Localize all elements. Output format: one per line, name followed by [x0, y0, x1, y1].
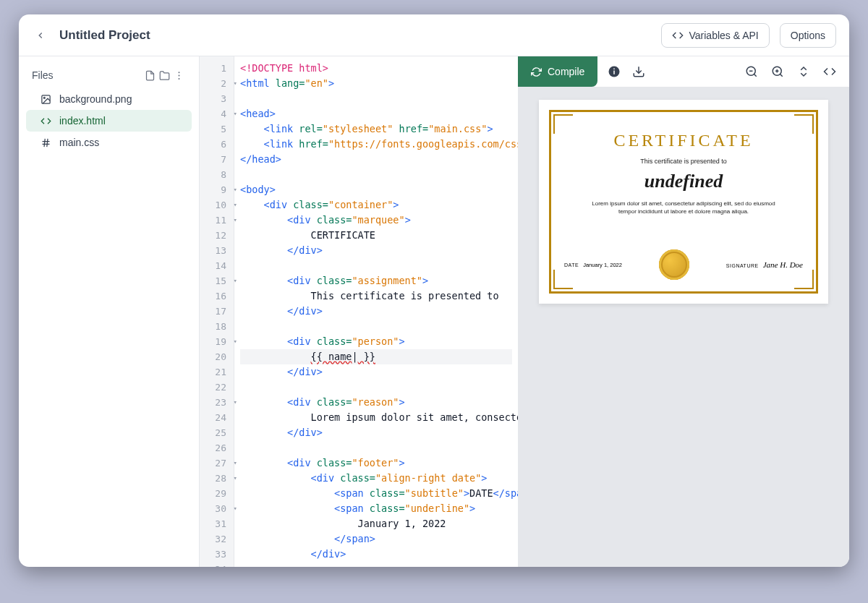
zoom-in-button[interactable] [771, 65, 784, 78]
files-header: Files [19, 64, 199, 88]
file-name: background.png [59, 93, 132, 105]
code-line[interactable]: </div> [240, 364, 512, 380]
code-line[interactable]: <div class="footer"> [240, 456, 512, 471]
file-list: background.pngindex.htmlmain.css [19, 88, 199, 153]
code-line[interactable]: CERTIFICATE [240, 228, 512, 243]
files-more-button[interactable] [171, 70, 186, 81]
code-line[interactable] [240, 167, 512, 182]
code-line[interactable] [240, 440, 512, 456]
preview-toolbar: Compile [518, 56, 849, 87]
svg-point-0 [178, 72, 179, 73]
signature-label: SIGNATURE [726, 263, 759, 268]
code-line[interactable]: </div> [240, 425, 512, 440]
code-editor[interactable]: 123456✕789101112131415161718192021222324… [200, 56, 518, 567]
new-file-button[interactable] [142, 70, 157, 81]
certificate-reason: Lorem ipsum dolor sit amet, consectetur … [582, 200, 785, 215]
code-line[interactable] [240, 91, 512, 106]
code-line[interactable]: <head> [240, 106, 512, 121]
code-line[interactable]: <!DOCTYPE html> [240, 61, 512, 76]
code-line[interactable]: <span class="subtitle">DATE</span [240, 486, 512, 501]
download-button[interactable] [632, 65, 645, 78]
code-line[interactable] [240, 319, 512, 334]
zoom-out-button[interactable] [745, 65, 758, 78]
line-number-gutter: 123456✕789101112131415161718192021222324… [200, 56, 234, 567]
svg-point-2 [178, 77, 179, 79]
code-line[interactable]: </div> [240, 304, 512, 319]
code-line[interactable]: <body> [240, 182, 512, 197]
hash-icon [39, 137, 52, 148]
code-line[interactable]: </div> [240, 243, 512, 258]
variables-api-label: Variables & API [689, 30, 759, 41]
fit-height-button[interactable] [797, 65, 810, 78]
image-icon [39, 94, 52, 105]
toolbar-right-icons [745, 65, 849, 78]
svg-line-8 [46, 138, 47, 146]
corner-ornament [792, 110, 818, 136]
file-item[interactable]: background.png [26, 88, 192, 110]
file-item[interactable]: main.css [26, 132, 192, 153]
preview-viewport[interactable]: CERTIFICATE This certificate is presente… [518, 87, 849, 567]
code-line[interactable]: Lorem ipsum dolor sit amet, consectetu [240, 410, 512, 425]
svg-point-1 [178, 74, 179, 76]
code-line[interactable]: <link rel="stylesheet" href="main.css"> [240, 121, 512, 137]
refresh-icon [531, 67, 542, 77]
top-bar: Untitled Project Variables & API Options [19, 14, 849, 56]
file-name: main.css [59, 137, 99, 148]
certificate-subtitle: This certificate is presented to [640, 158, 727, 165]
options-label: Options [791, 30, 825, 41]
code-line[interactable]: <div class="marquee"> [240, 213, 512, 228]
svg-line-14 [754, 74, 756, 76]
code-line[interactable]: <div class="person"> [240, 334, 512, 349]
certificate-footer: DATE January 1, 2022 SIGNATURE Jane H. D… [564, 249, 803, 280]
corner-ornament [549, 268, 575, 294]
code-line[interactable]: <span class="underline"> [240, 501, 512, 516]
svg-rect-10 [614, 71, 616, 74]
new-folder-button[interactable] [157, 70, 171, 81]
svg-line-7 [44, 138, 45, 146]
workspace-body: Files background.pngindex.htmlmain.css 1… [19, 56, 849, 567]
certificate-title: CERTIFICATE [613, 131, 753, 150]
code-line[interactable] [240, 562, 512, 567]
code-icon [39, 116, 52, 127]
code-line[interactable]: <div class="container"> [240, 197, 512, 213]
code-line[interactable]: January 1, 2022 [240, 516, 512, 531]
code-line[interactable]: <html lang="en"> [240, 76, 512, 91]
app-window: Untitled Project Variables & API Options… [19, 14, 849, 567]
code-view-button[interactable] [823, 65, 836, 78]
compile-button[interactable]: Compile [518, 56, 597, 87]
code-line[interactable]: <div class="align-right date"> [240, 471, 512, 486]
variables-api-button[interactable]: Variables & API [661, 23, 770, 48]
code-line[interactable]: </div> [240, 547, 512, 562]
code-line[interactable]: This certificate is presented to [240, 288, 512, 304]
project-title: Untitled Project [59, 28, 651, 43]
file-item[interactable]: index.html [26, 110, 192, 132]
preview-panel: Compile [518, 56, 849, 567]
toolbar-left-icons [597, 65, 645, 78]
info-button[interactable] [608, 65, 621, 78]
code-line[interactable]: </span> [240, 531, 512, 547]
date-value: January 1, 2022 [583, 262, 622, 268]
code-line[interactable] [240, 380, 512, 395]
certificate-recipient: undefined [644, 171, 723, 192]
code-line[interactable]: <div class="assignment"> [240, 273, 512, 288]
compile-label: Compile [548, 66, 584, 77]
date-label: DATE [564, 262, 579, 268]
files-sidebar: Files background.pngindex.htmlmain.css [19, 56, 200, 567]
certificate-seal [659, 249, 689, 280]
code-line[interactable]: <div class="reason"> [240, 395, 512, 410]
svg-point-4 [43, 97, 45, 98]
back-button[interactable] [32, 27, 49, 44]
files-label: Files [32, 69, 142, 81]
code-line[interactable]: {{ name| }} [240, 349, 512, 364]
options-button[interactable]: Options [780, 23, 836, 48]
code-line[interactable] [240, 258, 512, 273]
corner-ornament [792, 268, 818, 294]
svg-rect-11 [614, 69, 616, 70]
code-line[interactable]: </head> [240, 152, 512, 167]
svg-line-17 [780, 74, 782, 76]
code-line[interactable]: <link href="https://fonts.googleapis.com… [240, 137, 512, 152]
certificate-preview: CERTIFICATE This certificate is presente… [539, 100, 828, 304]
file-name: index.html [59, 115, 106, 127]
code-content[interactable]: <!DOCTYPE html><html lang="en"><head> <l… [234, 56, 518, 567]
code-slash-icon [672, 30, 684, 41]
